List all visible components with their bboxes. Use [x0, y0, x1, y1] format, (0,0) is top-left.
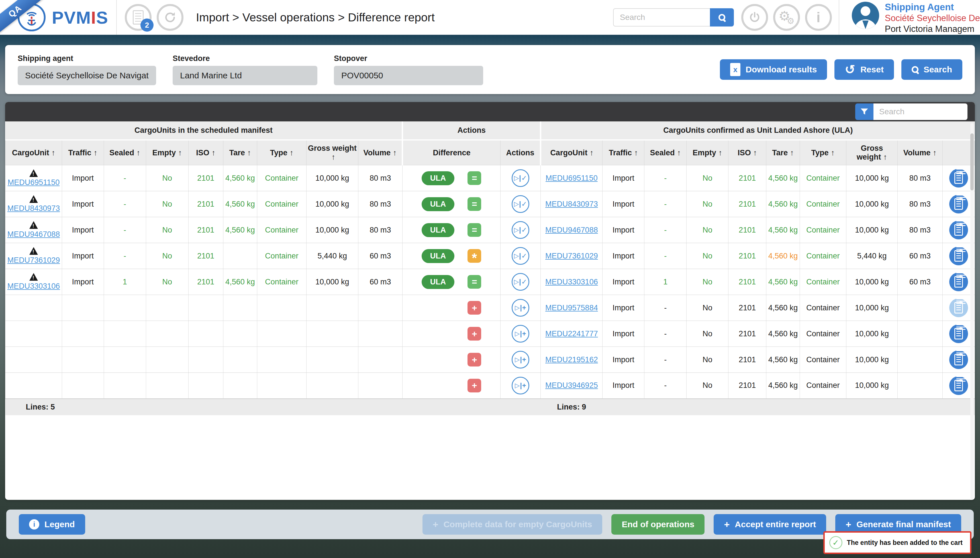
ula-gross_weight-cell: 10,000 kg	[846, 373, 898, 399]
col-header-left-traffic[interactable]: Traffic↑	[62, 140, 104, 165]
table-search-input[interactable]	[873, 103, 967, 120]
ula-cargo-unit-link[interactable]: MEDU7361029	[545, 252, 598, 260]
left-tare-cell	[223, 373, 257, 399]
left-cargo-unit-link[interactable]: MEDU9467088	[7, 230, 60, 238]
scrollbar-thumb[interactable]	[970, 133, 974, 190]
left-volume-cell	[358, 321, 403, 347]
add-note-button[interactable]: +	[949, 195, 968, 213]
left-cargo-unit-link[interactable]: MEDU6951150	[8, 178, 60, 187]
complete-data-button[interactable]: + Complete data for empty CargoUnits	[423, 514, 603, 535]
edit-cell: +	[942, 321, 975, 347]
download-results-button[interactable]: x Download results	[720, 59, 827, 80]
ula-sealed-cell: -	[644, 165, 687, 191]
add-cargo-unit-button[interactable]: ▷|+	[512, 299, 529, 317]
ula-cargo-unit-link[interactable]: MEDU6951150	[546, 174, 598, 182]
ula-cargo-unit-cell: MEDU9467088	[541, 217, 603, 243]
add-note-button[interactable]: +	[949, 169, 968, 187]
add-note-button[interactable]: +	[949, 221, 968, 240]
left-sealed-cell	[104, 295, 146, 321]
add-note-button[interactable]: +	[949, 272, 968, 291]
table-filter-button[interactable]	[855, 103, 873, 120]
ula-cargo-unit-link[interactable]: MEDU9575884	[545, 304, 598, 312]
ula-gross_weight-cell: 10,000 kg	[846, 217, 898, 243]
lines-count-left: Lines: 5	[5, 399, 403, 415]
col-header-ula-cargounit[interactable]: CargoUnit↑	[541, 140, 603, 165]
ula-traffic-cell: Import	[603, 373, 644, 399]
col-header-left-iso[interactable]: ISO↑	[188, 140, 223, 165]
add-note-button[interactable]: +	[949, 324, 968, 343]
stevedore-input[interactable]	[173, 66, 317, 85]
settings-button[interactable]: ⚙⚙	[773, 4, 800, 31]
left-type-cell	[257, 321, 306, 347]
add-cargo-unit-button[interactable]: ▷|+	[512, 351, 529, 368]
reset-button[interactable]: ↺ Reset	[834, 59, 894, 80]
legend-button[interactable]: i Legend	[19, 514, 85, 535]
table-row: !MEDU9467088Import-No21014,560 kgContain…	[5, 217, 975, 243]
ula-cargo-unit-link[interactable]: MEDU3303106	[545, 277, 598, 286]
confirm-difference-button[interactable]: ▷|✓	[512, 169, 529, 187]
col-header-ula-empty[interactable]: Empty↑	[687, 140, 728, 165]
left-cargo-unit-link[interactable]: MEDU7361029	[7, 256, 60, 264]
left-cargo-unit-cell	[5, 321, 62, 347]
add-cargo-unit-button[interactable]: ▷|+	[512, 377, 529, 394]
global-search-input[interactable]	[613, 8, 710, 26]
col-header-ula-volume[interactable]: Volume↑	[898, 140, 943, 165]
confirm-difference-button[interactable]: ▷|✓	[512, 195, 529, 213]
col-header-left-tare[interactable]: Tare↑	[223, 140, 257, 165]
stopover-input[interactable]	[334, 66, 483, 85]
left-iso-cell	[188, 347, 223, 373]
left-empty-cell: No	[146, 217, 188, 243]
left-cargo-unit-link[interactable]: MEDU3303106	[7, 282, 60, 290]
left-cargo-unit-link[interactable]: MEDU8430973	[7, 204, 60, 213]
ula-cargo-unit-cell: MEDU6951150	[541, 165, 603, 191]
col-header-ula-sealed[interactable]: Sealed↑	[644, 140, 687, 165]
end-of-operations-button[interactable]: End of operations	[611, 514, 705, 535]
confirm-difference-button[interactable]: ▷|✓	[512, 221, 529, 239]
col-header-ula-type[interactable]: Type↑	[800, 140, 846, 165]
ula-empty-cell: No	[687, 321, 728, 347]
left-iso-cell	[188, 321, 223, 347]
left-volume-cell: 80 m3	[358, 217, 403, 243]
col-header-left-cargounit[interactable]: CargoUnit↑	[5, 140, 62, 165]
col-header-ula-traffic[interactable]: Traffic↑	[603, 140, 644, 165]
add-note-button[interactable]: +	[949, 350, 968, 369]
confirm-difference-button[interactable]: ▷|✓	[512, 273, 529, 290]
search-icon	[718, 14, 725, 21]
ula-gross_weight-cell: 10,000 kg	[846, 191, 898, 217]
left-traffic-cell	[62, 373, 104, 399]
warning-icon: !	[29, 195, 38, 203]
col-header-left-volume[interactable]: Volume↑	[358, 140, 403, 165]
add-note-button[interactable]: +	[949, 246, 968, 265]
ula-cargo-unit-link[interactable]: MEDU9467088	[545, 226, 598, 234]
ula-cargo-unit-link[interactable]: MEDU3946925	[545, 381, 598, 390]
col-header-left-empty[interactable]: Empty↑	[146, 140, 188, 165]
col-header-left-sealed[interactable]: Sealed↑	[104, 140, 146, 165]
ula-cargo-unit-link[interactable]: MEDU2195162	[545, 355, 598, 364]
search-button[interactable]: Search	[901, 59, 962, 80]
info-button[interactable]: i	[805, 4, 832, 31]
ula-cargo-unit-cell: MEDU2241777	[541, 321, 603, 347]
col-header-left-gross-weight[interactable]: Gross weight↑	[306, 140, 358, 165]
accept-entire-report-button[interactable]: + Accept entire report	[714, 514, 826, 535]
col-header-left-type[interactable]: Type↑	[257, 140, 306, 165]
ula-cargo-unit-link[interactable]: MEDU2241777	[545, 330, 598, 338]
col-header-ula-gross-weight[interactable]: Gross weight↑	[846, 140, 898, 165]
shipping-agent-input[interactable]	[18, 66, 156, 85]
add-note-button[interactable]: +	[949, 299, 968, 317]
difference-cell: ULA+	[403, 321, 501, 347]
user-menu[interactable]: Shipping Agent Société Seychelloise De P…	[852, 0, 980, 34]
left-gross_weight-cell: 10,000 kg	[306, 217, 358, 243]
refresh-button[interactable]	[157, 4, 184, 31]
logout-button[interactable]	[741, 4, 768, 31]
confirm-difference-button[interactable]: ▷|✓	[512, 247, 529, 265]
app-logo[interactable]: PVMIS	[18, 3, 108, 31]
col-header-ula-iso[interactable]: ISO↑	[728, 140, 766, 165]
ula-cargo-unit-link[interactable]: MEDU8430973	[545, 200, 598, 208]
add-cargo-unit-button[interactable]: ▷|+	[512, 325, 529, 343]
global-search-button[interactable]	[710, 8, 734, 26]
cart-documents-button[interactable]: 2	[125, 4, 152, 31]
add-note-button[interactable]: +	[949, 376, 968, 395]
vertical-scrollbar[interactable]	[970, 123, 974, 499]
col-header-ula-tare[interactable]: Tare↑	[766, 140, 800, 165]
left-iso-cell: 2101	[188, 165, 223, 191]
